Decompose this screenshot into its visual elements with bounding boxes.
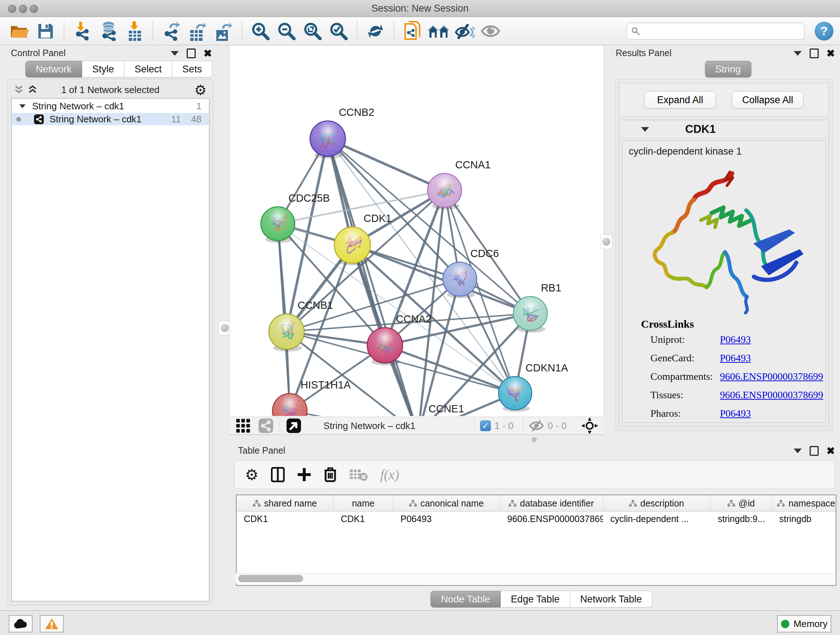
details-expander-icon[interactable] [641,127,649,132]
hide-unhide-button[interactable] [453,20,476,42]
tab-network[interactable]: Network [25,61,82,78]
warning-status-button[interactable] [40,615,64,632]
search-input[interactable] [644,25,800,36]
memory-button[interactable]: Memory [777,615,831,632]
node-CCNA1[interactable]: CCNA1 [428,159,491,210]
export-network-button[interactable] [160,20,183,42]
export-image-button[interactable] [212,20,235,42]
crosslink-link[interactable]: P06493 [720,352,751,364]
tab-node-table[interactable]: Node Table [431,591,501,608]
tab-edge-table[interactable]: Edge Table [501,591,570,608]
column-header-namespace[interactable]: namespace [772,495,836,511]
edge-HIST1H1A-CCNE1[interactable] [290,411,418,416]
open-session-button[interactable] [8,20,31,42]
network-share-toggle-icon[interactable] [258,418,274,434]
selected-checkbox-icon[interactable]: ✓ [480,420,491,431]
column-header-description[interactable]: description [603,495,711,511]
close-panel-icon[interactable]: ✖ [827,50,835,57]
refresh-view-button[interactable] [364,20,387,42]
float-panel-icon[interactable] [810,49,819,58]
delete-column-icon[interactable] [324,467,337,483]
tab-string[interactable]: String [705,61,752,78]
show-columns-icon[interactable] [271,467,285,482]
horizontal-splitter-handle[interactable] [531,437,537,442]
zoom-in-button[interactable] [249,20,272,42]
crosslink-link[interactable]: P06493 [720,408,751,419]
column-header-database-identifier[interactable]: database identifier [500,495,603,511]
node-details-header[interactable]: CDK1 [619,120,829,139]
save-session-button[interactable] [34,20,57,42]
node-HIST1H1A[interactable]: HIST1H1A [272,379,351,416]
edge-CCNB2-CCNA1[interactable] [328,139,445,190]
zoom-selected-button[interactable] [327,20,350,42]
edge-CCNB2-CDKN1A[interactable] [328,139,515,393]
tab-style[interactable]: Style [82,61,125,78]
table-cell[interactable]: stringdb:9... [711,511,772,526]
crosslink-link[interactable]: 9606.ENSP00000378699 [720,371,823,382]
function-builder-icon[interactable]: f(x) [380,467,399,483]
crosslink-link[interactable]: P06493 [720,334,751,345]
search-box[interactable] [627,23,805,40]
network-label: String Network – cdk1 [50,114,141,125]
zoom-out-button[interactable] [275,20,298,42]
panel-menu-icon[interactable] [794,448,802,453]
tab-select[interactable]: Select [125,61,172,78]
crosshair-icon[interactable] [581,417,598,434]
import-table-file-button[interactable] [123,20,146,42]
crosslink-row: Compartments:9606.ENSP00000378699 [651,371,826,382]
network-collection-row[interactable]: String Network – cdk1 1 [12,100,209,112]
table-options-gear-icon[interactable]: ⚙ [245,466,259,484]
collapse-all-button[interactable]: Collapse All [732,91,804,109]
home-networks-button[interactable] [427,20,450,42]
close-panel-icon[interactable]: ✖ [827,448,835,455]
crosslink-label: Compartments: [651,371,720,382]
search-icon [631,27,640,36]
float-panel-icon[interactable] [810,446,819,456]
table-cell[interactable]: cyclin-dependent ... [603,511,711,526]
grid-view-icon[interactable] [235,417,251,434]
birds-eye-view-icon[interactable] [286,418,302,434]
node-RB1[interactable]: RB1 [513,282,561,333]
hidden-eye-icon[interactable] [529,420,544,432]
table-cell[interactable]: 9606.ENSP00000378699 [500,511,603,526]
collection-expander-icon[interactable] [19,104,26,108]
network-row-selected[interactable]: String Network – cdk1 11 48 [12,113,209,125]
column-header-canonical-name[interactable]: canonical name [393,495,500,511]
table-horizontal-scrollbar[interactable] [236,573,835,583]
node-table[interactable]: shared namenamecanonical namedatabase id… [236,494,836,586]
table-cell[interactable]: stringdb [772,511,836,526]
network-canvas[interactable]: CCNB2CCNA1CDC25BCDK1CDC6RB1CCNB1CCNA2CDK… [229,46,604,417]
panel-menu-icon[interactable] [794,51,802,56]
first-neighbors-button[interactable] [401,20,424,42]
help-button[interactable]: ? [815,22,834,41]
column-header-id[interactable]: @id [711,495,772,511]
close-panel-icon[interactable]: ✖ [204,50,212,57]
cloud-status-button[interactable] [9,615,33,632]
tab-sets[interactable]: Sets [172,61,212,78]
column-header-label: @id [739,498,755,509]
zoom-fit-button[interactable] [302,20,324,42]
table-cell[interactable]: CDK1 [237,511,333,526]
table-data-row[interactable]: CDK1CDK1P064939606.ENSP00000378699cyclin… [237,511,836,526]
node-CDC6[interactable]: CDC6 [443,248,499,298]
column-header-name[interactable]: name [333,495,393,511]
network-options-gear-icon[interactable]: ⚙ [194,82,207,98]
network-graph[interactable]: CCNB2CCNA1CDC25BCDK1CDC6RB1CCNB1CCNA2CDK… [229,46,603,416]
node-CDKN1A[interactable]: CDKN1A [499,362,568,412]
delete-table-icon[interactable] [349,467,368,482]
export-table-button[interactable] [186,20,209,42]
import-network-database-button[interactable] [97,20,120,42]
show-graphics-button[interactable] [479,20,502,42]
add-column-icon[interactable] [297,467,311,482]
scrollbar-thumb[interactable] [238,575,303,582]
table-cell[interactable]: P06493 [393,511,500,526]
expand-all-button[interactable]: Expand All [644,91,716,109]
crosslink-link[interactable]: 9606.ENSP00000378699 [720,389,823,401]
table-cell[interactable]: CDK1 [333,511,393,526]
panel-menu-icon[interactable] [171,51,179,56]
import-network-file-button[interactable] [71,20,94,42]
tab-network-table[interactable]: Network Table [570,591,653,608]
column-header-shared-name[interactable]: shared name [237,495,333,511]
float-panel-icon[interactable] [187,49,196,58]
edge-CCNB2-RB1[interactable] [328,139,531,314]
